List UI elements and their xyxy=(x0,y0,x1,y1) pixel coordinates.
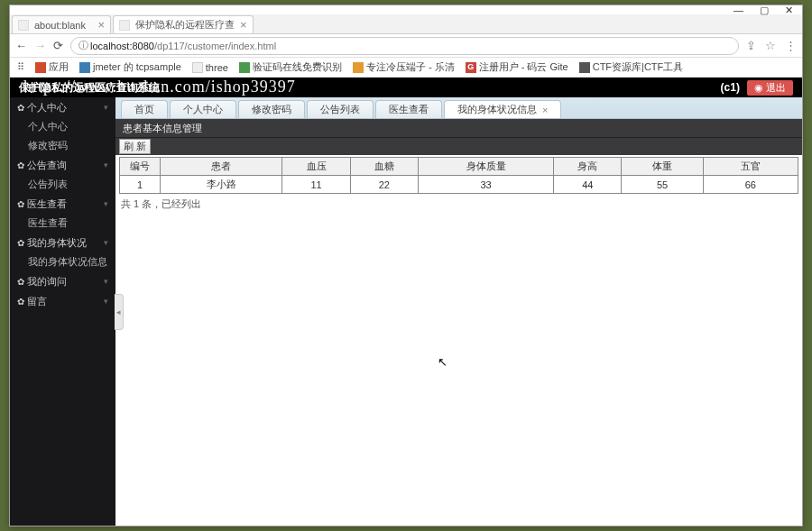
tab-title: about:blank xyxy=(34,20,86,31)
browser-tab-strip: about:blank × 保护隐私的远程医疗查 × xyxy=(10,14,802,34)
link-icon: ✿ xyxy=(17,238,24,248)
table-header: 身高 xyxy=(554,158,622,176)
bookmark-icon: G xyxy=(466,62,476,73)
content-tab[interactable]: 首页 xyxy=(121,100,168,118)
chevron-down-icon: ▾ xyxy=(104,199,108,208)
link-icon: ✿ xyxy=(17,199,24,209)
page-icon xyxy=(119,20,130,31)
table-header: 患者 xyxy=(161,158,282,176)
bookmark-icon xyxy=(353,62,364,73)
link-icon: ✿ xyxy=(17,160,24,170)
address-bar[interactable]: ⓘ localhost:8080/dp117/customer/index.ht… xyxy=(70,37,739,55)
bookmark-item[interactable]: 应用 xyxy=(35,60,69,74)
menu-icon[interactable]: ⋮ xyxy=(785,39,797,52)
back-icon[interactable]: ← xyxy=(15,39,27,52)
sidebar-item[interactable]: 修改密码 xyxy=(10,136,115,155)
url-host: localhost:8080 xyxy=(90,41,154,51)
cursor-icon: ↖ xyxy=(438,355,448,369)
tab-title: 保护隐私的远程医疗查 xyxy=(135,18,235,32)
content-tabs: 首页个人中心修改密码公告列表医生查看我的身体状况信息× xyxy=(115,97,802,119)
sidebar-item[interactable]: 个人中心 xyxy=(10,117,115,136)
table-cell: 66 xyxy=(703,176,798,194)
toolbar: 刷 新 xyxy=(115,137,802,155)
link-icon: ✿ xyxy=(17,297,24,307)
sidebar-category[interactable]: ✿我的身体状况▾ xyxy=(10,233,115,252)
refresh-button[interactable]: 刷 新 xyxy=(119,139,151,154)
sidebar-collapse-handle[interactable]: ◂ xyxy=(115,294,124,330)
bookmarks-bar: ⠿ 应用 jmeter 的 tcpsample three 验证码在线免费识别 … xyxy=(10,58,802,78)
close-icon[interactable]: × xyxy=(240,18,247,32)
table-cell: 44 xyxy=(554,176,622,194)
content-tab[interactable]: 个人中心 xyxy=(170,100,236,118)
content-tab[interactable]: 修改密码 xyxy=(238,100,305,118)
bookmark-item[interactable]: 验证码在线免费识别 xyxy=(239,60,342,74)
sidebar-category[interactable]: ✿公告查询▾ xyxy=(10,155,115,175)
bookmark-icon xyxy=(79,62,90,73)
sidebar: ✿个人中心▾个人中心修改密码✿公告查询▾公告列表✿医生查看▾医生查看✿我的身体状… xyxy=(10,97,115,526)
content-tab[interactable]: 我的身体状况信息× xyxy=(444,100,561,118)
bookmark-icon xyxy=(192,62,203,73)
table-header: 血糖 xyxy=(350,158,418,176)
page-icon xyxy=(18,20,29,31)
app-header: 保护隐私的远程医疗查询系统 https://www.huzhan.com/ish… xyxy=(10,78,802,97)
user-badge: (c1) xyxy=(721,81,740,94)
chevron-down-icon: ▾ xyxy=(104,297,108,306)
data-table: 编号患者血压血糖身体质量身高体重五官 1李小路112233445566 xyxy=(119,157,798,194)
chevron-down-icon: ▾ xyxy=(104,238,108,247)
forward-icon[interactable]: → xyxy=(34,39,46,52)
bookmark-item[interactable]: G注册用户 - 码云 Gite xyxy=(466,60,568,74)
content-tab[interactable]: 公告列表 xyxy=(307,100,374,118)
chevron-down-icon: ▾ xyxy=(104,103,108,112)
browser-tab[interactable]: about:blank × xyxy=(12,15,111,33)
close-icon[interactable]: ✕ xyxy=(785,5,793,16)
sidebar-item[interactable]: 医生查看 xyxy=(10,214,115,233)
bookmark-item[interactable]: three xyxy=(192,62,228,73)
sidebar-category[interactable]: ✿医生查看▾ xyxy=(10,194,115,214)
sidebar-category[interactable]: ✿我的询问▾ xyxy=(10,271,115,291)
bookmark-icon xyxy=(35,62,46,73)
star-icon[interactable]: ☆ xyxy=(765,39,776,52)
reload-icon[interactable]: ⟳ xyxy=(53,39,63,52)
table-footer: 共 1 条，已经列出 xyxy=(115,194,802,215)
table-cell: 33 xyxy=(418,176,553,194)
link-icon: ✿ xyxy=(17,277,24,287)
bookmark-item[interactable]: CTF资源库|CTF工具 xyxy=(579,60,684,74)
browser-tab[interactable]: 保护隐私的远程医疗查 × xyxy=(113,15,254,33)
table-header: 五官 xyxy=(703,158,798,176)
app-title: 保护隐私的远程医疗查询系统 xyxy=(19,80,160,96)
table-cell: 22 xyxy=(350,176,418,194)
close-icon[interactable]: × xyxy=(542,105,548,115)
bookmark-icon xyxy=(239,62,250,73)
chevron-down-icon: ▾ xyxy=(104,160,108,169)
close-icon[interactable]: × xyxy=(97,18,105,32)
sidebar-category[interactable]: ✿留言▾ xyxy=(10,291,115,311)
table-cell: 11 xyxy=(282,176,350,194)
table-header: 血压 xyxy=(282,158,350,176)
bookmark-item[interactable]: 专注冷压端子 - 乐清 xyxy=(353,60,455,74)
table-cell: 1 xyxy=(120,176,161,194)
content-tab[interactable]: 医生查看 xyxy=(375,100,442,118)
bookmark-icon xyxy=(579,62,590,73)
table-header: 编号 xyxy=(120,158,161,176)
bookmark-item[interactable]: jmeter 的 tcpsample xyxy=(79,60,181,74)
url-path: /dp117/customer/index.html xyxy=(154,41,276,51)
table-header: 体重 xyxy=(622,158,703,176)
link-icon: ✿ xyxy=(17,103,24,113)
info-icon: ⓘ xyxy=(78,39,88,52)
logout-button[interactable]: ◉ 退出 xyxy=(747,80,793,96)
minimize-icon[interactable]: — xyxy=(734,5,743,16)
maximize-icon[interactable]: ▢ xyxy=(760,5,769,16)
table-cell: 李小路 xyxy=(161,176,282,194)
panel-title: 患者基本信息管理 xyxy=(115,119,802,137)
table-cell: 55 xyxy=(622,176,703,194)
chevron-down-icon: ▾ xyxy=(104,277,108,286)
share-icon[interactable]: ⇪ xyxy=(746,39,756,52)
table-row[interactable]: 1李小路112233445566 xyxy=(120,176,798,194)
apps-icon[interactable]: ⠿ xyxy=(17,61,24,73)
table-header: 身体质量 xyxy=(418,158,553,176)
sidebar-item[interactable]: 我的身体状况信息 xyxy=(10,252,115,271)
sidebar-category[interactable]: ✿个人中心▾ xyxy=(10,97,115,117)
sidebar-item[interactable]: 公告列表 xyxy=(10,175,115,194)
